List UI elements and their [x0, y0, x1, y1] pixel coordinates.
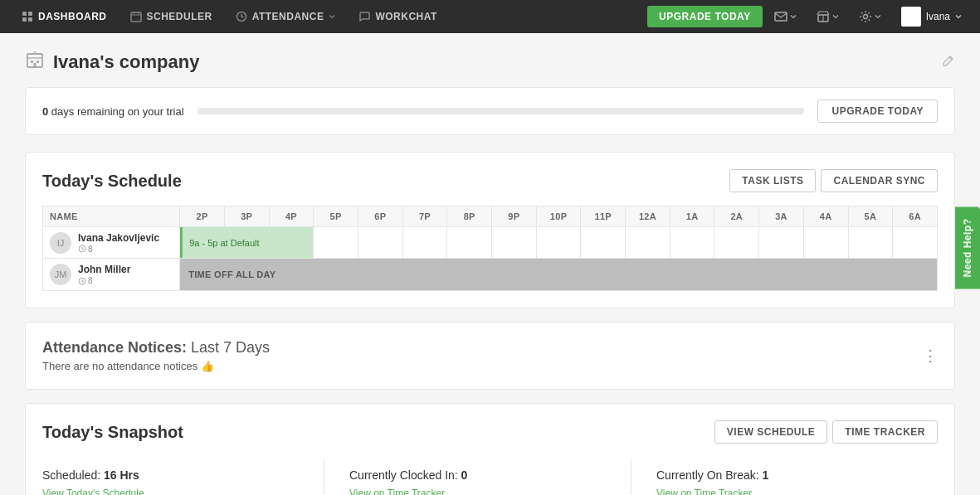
company-icon — [25, 50, 45, 74]
snapshot-card: Today's Snapshot VIEW SCHEDULE TIME TRAC… — [25, 403, 955, 495]
col-6p: 6P — [358, 206, 402, 227]
svg-rect-17 — [31, 61, 33, 63]
trial-bar: 0 days remaining on your trial UPGRADE T… — [25, 87, 955, 135]
clock-icon — [78, 277, 86, 285]
stat-clocked-label: Currently Clocked In: 0 — [349, 468, 631, 482]
employee-name-cell: JM John Miller — [43, 259, 180, 291]
clock-icon — [78, 245, 86, 253]
table-row: JM John Miller — [43, 259, 938, 291]
employee-id: 8 — [78, 276, 130, 285]
schedule-table-wrapper: NAME 2P 3P 4P 5P 6P 7P 8P 9P 10P 11P 12A… — [42, 206, 938, 291]
employee-id: 8 — [78, 245, 159, 254]
user-dropdown-icon — [955, 13, 962, 20]
snapshot-header: Today's Snapshot VIEW SCHEDULE TIME TRAC… — [42, 420, 938, 444]
svg-rect-0 — [22, 12, 27, 16]
stat-clocked-in: Currently Clocked In: 0 View on Time Tra… — [324, 460, 631, 495]
attendance-more-button[interactable]: ⋮ — [923, 348, 938, 363]
edit-icon[interactable] — [942, 54, 955, 70]
svg-point-14 — [863, 15, 867, 19]
empty-cell — [759, 227, 804, 259]
nav-settings[interactable] — [851, 0, 890, 33]
company-header: Ivana's company — [25, 50, 955, 74]
col-2p: 2P — [180, 206, 225, 227]
page-content: Ivana's company 0 days remaining on your… — [0, 33, 980, 495]
trial-text: 0 days remaining on your trial — [42, 105, 184, 118]
empty-cell — [402, 227, 447, 259]
svg-rect-11 — [775, 12, 787, 21]
col-2a: 2A — [714, 206, 759, 227]
shift-block-cell: 9a - 5p at Default — [180, 227, 314, 259]
empty-cell — [714, 227, 759, 259]
empty-cell — [358, 227, 402, 259]
empty-cell — [626, 227, 670, 259]
view-schedule-button[interactable]: VIEW SCHEDULE — [714, 420, 828, 444]
stat-scheduled-label: Scheduled: 16 Hrs — [42, 468, 324, 482]
col-9p: 9P — [492, 206, 537, 227]
stat-on-break: Currently On Break: 1 View on Time Track… — [631, 460, 938, 495]
stat-scheduled: Scheduled: 16 Hrs View Today's Schedule — [42, 460, 324, 495]
building-icon — [25, 50, 45, 70]
nav-mail[interactable] — [766, 0, 805, 33]
col-10p: 10P — [536, 206, 581, 227]
attendance-title-area: Attendance Notices: Last 7 Days There ar… — [42, 339, 270, 372]
avatar: JM — [50, 264, 71, 285]
col-4a: 4A — [803, 206, 848, 227]
snapshot-buttons: VIEW SCHEDULE TIME TRACKER — [714, 420, 938, 444]
nav-workchat[interactable]: WORKCHAT — [347, 0, 448, 33]
time-off-cell: TIME OFF ALL DAY — [180, 259, 938, 291]
trial-upgrade-button[interactable]: UPGRADE TODAY — [817, 99, 938, 123]
schedule-title: Today's Schedule — [42, 172, 182, 191]
time-tracker-button[interactable]: TIME TRACKER — [832, 420, 938, 444]
attendance-title: Attendance Notices: Last 7 Days — [42, 339, 270, 357]
gear-icon — [859, 10, 872, 23]
col-1a: 1A — [670, 206, 714, 227]
mail-icon — [774, 10, 787, 23]
col-3p: 3P — [224, 206, 269, 227]
empty-cell — [447, 227, 492, 259]
calendar-sync-button[interactable]: CALENDAR SYNC — [821, 169, 938, 192]
col-4p: 4P — [269, 206, 314, 227]
need-help-button[interactable]: Need Help? — [955, 206, 980, 289]
svg-rect-18 — [37, 61, 39, 63]
empty-cell — [492, 227, 537, 259]
store-icon — [817, 10, 830, 23]
time-off-block: TIME OFF ALL DAY — [180, 259, 937, 290]
col-5p: 5P — [314, 206, 358, 227]
snapshot-title: Today's Snapshot — [42, 423, 183, 442]
schedule-card: Today's Schedule TASK LISTS CALENDAR SYN… — [25, 152, 955, 308]
task-lists-button[interactable]: TASK LISTS — [729, 169, 816, 192]
stat-break-link[interactable]: View on Time Tracker — [656, 488, 752, 495]
attendance-dropdown-icon — [329, 13, 335, 20]
attendance-notice-text: There are no attendance notices 👍 — [42, 360, 270, 372]
nav-attendance[interactable]: ATTENDANCE — [224, 0, 348, 33]
col-11p: 11P — [581, 206, 626, 227]
col-3a: 3A — [759, 206, 804, 227]
avatar: IJ — [50, 232, 71, 254]
empty-cell — [893, 227, 938, 259]
nav-store[interactable] — [808, 0, 847, 33]
nav-upgrade-button[interactable]: UPGRADE TODAY — [647, 6, 763, 27]
attendance-card: Attendance Notices: Last 7 Days There ar… — [25, 322, 955, 390]
stat-scheduled-link[interactable]: View Today's Schedule — [42, 488, 144, 495]
col-12a: 12A — [626, 206, 670, 227]
empty-cell — [670, 227, 714, 259]
employee-name: John Miller — [78, 264, 130, 275]
schedule-table: NAME 2P 3P 4P 5P 6P 7P 8P 9P 10P 11P 12A… — [42, 206, 938, 291]
empty-cell — [848, 227, 893, 259]
trial-progress-bar — [197, 108, 805, 114]
stat-clocked-link[interactable]: View on Time Tracker — [349, 488, 445, 495]
employee-name-cell: IJ Ivana Jakovljevic — [43, 227, 180, 259]
company-title: Ivana's company — [25, 50, 199, 74]
nav-dashboard[interactable]: DASHBOARD — [10, 0, 119, 33]
nav-user[interactable]: Ivana — [893, 0, 970, 33]
empty-cell — [803, 227, 848, 259]
settings-dropdown-icon — [875, 13, 881, 20]
store-dropdown-icon — [832, 13, 839, 20]
empty-cell — [581, 227, 626, 259]
empty-cell — [536, 227, 581, 259]
nav-scheduler[interactable]: SCHEDULER — [119, 0, 224, 33]
stat-break-label: Currently On Break: 1 — [656, 468, 938, 482]
table-row: IJ Ivana Jakovljevic — [43, 227, 938, 259]
dashboard-icon — [22, 11, 33, 22]
user-avatar — [901, 7, 921, 27]
